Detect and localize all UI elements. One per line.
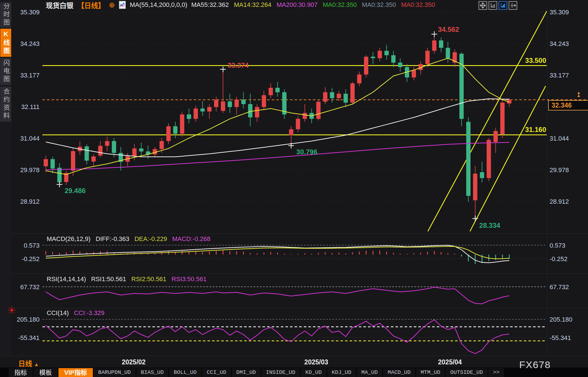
svg-text:34.243: 34.243 (550, 40, 569, 47)
svg-text:31.044: 31.044 (550, 135, 569, 142)
svg-text:33.500: 33.500 (525, 57, 546, 64)
indicator-tab[interactable]: >> (488, 368, 504, 377)
indicator-legend-item: RSI(14,14,14) (47, 275, 86, 283)
period-up-arrow-icon: ▲ (34, 362, 39, 367)
svg-text:-0.252: -0.252 (22, 255, 40, 263)
svg-text:28.334: 28.334 (479, 221, 500, 229)
x-axis-month-label: 2025/03 (304, 358, 328, 366)
indicator-tab[interactable]: 指标 (9, 368, 33, 377)
indicator-tab[interactable]: BARUPDN_UD (94, 368, 136, 377)
chart-header: 现货白银 【日线】 ⊕ MA(55,14,200,0,0,0) MA55:32.… (46, 1, 435, 9)
ma-legend: MA55:32.362MA14:32.264MA200:30.907MA0:32… (191, 1, 435, 9)
svg-text:33.374: 33.374 (228, 61, 249, 69)
indicator-tab[interactable]: INSIDE_UD (261, 368, 300, 377)
svg-text:34.562: 34.562 (438, 26, 459, 33)
alarm-icon[interactable] (7, 306, 16, 316)
svg-text:31.160: 31.160 (525, 126, 546, 133)
svg-text:35.309: 35.309 (550, 9, 569, 16)
svg-text:30.796: 30.796 (296, 148, 317, 156)
svg-text:0.573: 0.573 (550, 242, 565, 249)
indicator-legend-item: DEA:-0.229 (134, 235, 167, 243)
indicator-legend-item: CCI:-3.329 (74, 309, 104, 317)
indicator-tab[interactable]: MACD_UD (383, 368, 415, 377)
rsi-legend: RSI(14,14,14)RSI1:50.561RSI2:50.561RSI3:… (47, 275, 207, 283)
crosshair-move-icon[interactable] (479, 1, 487, 10)
indicator-tab[interactable]: MTM_UD (416, 368, 445, 377)
svg-text:29.978: 29.978 (550, 166, 569, 174)
indicator-legend-item: RSI1:50.561 (91, 275, 126, 283)
axis-scale-icon[interactable] (489, 1, 497, 10)
svg-text:32.111: 32.111 (21, 103, 40, 110)
svg-text:0.573: 0.573 (24, 242, 40, 249)
add-indicator-icon[interactable]: ⊕ (109, 1, 115, 8)
indicator-legend-item: MACD:-0.268 (172, 235, 210, 243)
svg-text:33.177: 33.177 (20, 72, 40, 79)
indicator-legend-item: MACD(26,12,9) (47, 235, 91, 243)
svg-text:205.180: 205.180 (17, 316, 40, 323)
svg-text:67.732: 67.732 (550, 283, 569, 291)
indicator-tab[interactable]: OUTSIDE_UD (446, 368, 487, 377)
svg-text:29.978: 29.978 (20, 166, 40, 174)
instrument-title: 现货白银 (46, 0, 73, 10)
svg-text:-55.341: -55.341 (550, 334, 571, 341)
indicator-tab[interactable]: CCI_UD (202, 368, 231, 377)
svg-text:-0.252: -0.252 (550, 255, 567, 263)
svg-text:28.912: 28.912 (550, 198, 569, 205)
indicator-legend-item: DIFF:-0.363 (96, 235, 129, 243)
price-up-arrows-icon: ▲▲ (577, 91, 581, 97)
svg-text:28.912: 28.912 (20, 198, 40, 205)
indicator-tab[interactable]: KDJ_UD (327, 368, 356, 377)
ma-legend-item: MA14:32.264 (234, 1, 271, 9)
axis-auto-icon[interactable] (499, 1, 507, 10)
chart-toolbar (479, 1, 517, 10)
svg-text:29.486: 29.486 (65, 187, 86, 195)
indicator-legend-item: RSI2:50.561 (131, 275, 166, 283)
indicator-tab[interactable]: KD_UD (301, 368, 326, 377)
chart-canvas: 35.30935.30934.24334.24333.17733.17732.1… (0, 0, 588, 377)
sidebar-item-1[interactable]: 分时图 (0, 2, 11, 28)
chart-type-icon[interactable] (119, 1, 126, 9)
trading-app: 35.30935.30934.24334.24333.17733.17732.1… (0, 0, 588, 377)
current-price-box: 32.346 (548, 100, 588, 110)
ma-legend-item: MA55:32.362 (191, 1, 229, 9)
sidebar: 分时图K线图闪电图合约资料 (0, 0, 11, 357)
period-selector[interactable]: 日线 ▲ (18, 358, 39, 368)
shift-chart-icon[interactable] (509, 1, 517, 10)
sidebar-item-2[interactable]: K线图 (0, 29, 11, 57)
svg-text:205.180: 205.180 (550, 316, 573, 323)
svg-text:33.177: 33.177 (550, 72, 569, 79)
ma-settings-label: MA(55,14,200,0,0,0) (130, 1, 187, 9)
svg-text:67.732: 67.732 (20, 283, 40, 291)
indicator-tabbar: 指标模板VIP指标BARUPDN_UDBIAS_UDBOLL_UDCCI_UDD… (9, 368, 504, 377)
indicator-tab[interactable]: 模板 (34, 368, 58, 377)
svg-text:35.309: 35.309 (20, 9, 40, 16)
indicator-tab[interactable]: BOLL_UD (169, 368, 201, 377)
period-selector-label: 日线 (18, 360, 32, 368)
indicator-legend-item: RSI3:50.561 (172, 275, 207, 283)
ma-legend-item: MA0:32.350 (362, 1, 396, 9)
indicator-tab[interactable]: MA_UD (357, 368, 382, 377)
sidebar-item-3[interactable]: 闪电图 (0, 58, 11, 85)
period-badge[interactable]: 【日线】 (77, 0, 105, 10)
cci-legend: CCI(14)CCI:-3.329 (47, 309, 104, 317)
svg-text:34.243: 34.243 (20, 40, 40, 47)
ma-legend-item: MA200:30.907 (277, 1, 317, 9)
indicator-legend-item: CCI(14) (47, 309, 69, 317)
svg-text:-55.341: -55.341 (18, 334, 40, 341)
indicator-tab[interactable]: VIP指标 (58, 368, 93, 377)
ma-legend-item: MA0:32.350 (401, 1, 435, 9)
ma-legend-item: MA0:32.350 (323, 1, 357, 9)
sidebar-item-4[interactable]: 合约资料 (0, 87, 11, 122)
indicator-tab[interactable]: BIAS_UD (136, 368, 168, 377)
svg-text:31.044: 31.044 (20, 135, 40, 142)
indicator-tab[interactable]: DMI_UD (232, 368, 260, 377)
x-axis-month-label: 2025/02 (122, 358, 146, 366)
x-axis-month-label: 2025/04 (438, 358, 462, 366)
macd-legend: MACD(26,12,9)DIFF:-0.363DEA:-0.229MACD:-… (47, 235, 210, 243)
watermark: FX678 (519, 359, 551, 370)
